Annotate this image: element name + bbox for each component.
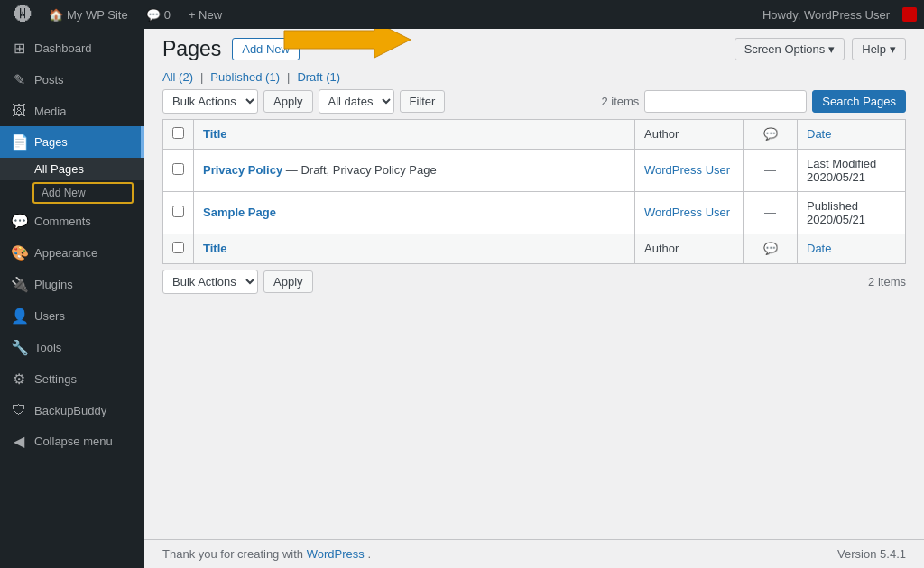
bulk-actions-select-top[interactable]: Bulk Actions xyxy=(162,89,258,114)
title-sort-link[interactable]: Title xyxy=(203,127,227,141)
media-icon: 🖼 xyxy=(11,103,27,119)
row1-author-cell: WordPress User xyxy=(635,149,744,191)
comments-icon: 💬 xyxy=(11,213,27,230)
search-area: 2 items Search Pages xyxy=(601,90,906,113)
tools-icon: 🔧 xyxy=(11,339,27,356)
wp-footer: Thank you for creating with WordPress . … xyxy=(144,539,924,568)
svg-marker-0 xyxy=(284,29,411,58)
bulk-actions-row-top: Bulk Actions Apply All dates Filter xyxy=(162,89,445,114)
help-button[interactable]: Help ▾ xyxy=(852,38,906,60)
sidebar-item-appearance[interactable]: 🎨 Appearance xyxy=(0,237,144,269)
row2-checkbox[interactable] xyxy=(172,206,184,217)
row2-author-cell: WordPress User xyxy=(635,191,744,234)
add-new-sub-label: Add New xyxy=(42,187,86,199)
row1-title-cell: Privacy Policy — Draft, Privacy Policy P… xyxy=(194,149,635,191)
sidebar-label-comments: Comments xyxy=(34,215,91,228)
comment-icon: 💬 xyxy=(146,8,161,22)
filter-sep-1: | xyxy=(200,70,203,84)
sidebar-item-users[interactable]: 👤 Users xyxy=(0,300,144,332)
footer-version: Version 5.4.1 xyxy=(837,547,906,561)
pages-icon: 📄 xyxy=(11,133,27,151)
backupbuddy-icon: 🛡 xyxy=(11,402,27,418)
row2-page-link[interactable]: Sample Page xyxy=(203,206,276,219)
row1-date-cell: Last Modified 2020/05/21 xyxy=(798,149,906,191)
table-header-row: Title Author 💬 Date xyxy=(163,119,906,149)
page-title-area: Pages Add New xyxy=(162,36,300,63)
adminbar-site[interactable]: 🏠 My WP Site xyxy=(40,0,137,29)
appearance-icon: 🎨 xyxy=(11,244,27,261)
posts-icon: ✎ xyxy=(11,71,27,88)
sidebar-item-media[interactable]: 🖼 Media xyxy=(0,96,144,126)
apply-button-bottom[interactable]: Apply xyxy=(263,270,313,293)
row1-date-label: Last Modified xyxy=(807,157,876,170)
row1-checkbox-cell xyxy=(163,149,194,191)
row2-checkbox-cell xyxy=(163,191,194,234)
sidebar-item-settings[interactable]: ⚙ Settings xyxy=(0,363,144,395)
row1-author-link[interactable]: WordPress User xyxy=(644,163,730,177)
sidebar-item-pages[interactable]: 📄 Pages xyxy=(0,126,144,158)
search-input[interactable] xyxy=(644,90,807,113)
row1-title-suffix: — Draft, Privacy Policy Page xyxy=(286,163,437,177)
sidebar-label-users: Users xyxy=(34,309,65,323)
date-footer-sort-link[interactable]: Date xyxy=(807,242,831,255)
filter-button[interactable]: Filter xyxy=(400,90,446,113)
search-pages-button[interactable]: Search Pages xyxy=(812,90,906,113)
row2-date-cell: Published 2020/05/21 xyxy=(798,191,906,234)
filter-bar: All (2) | Published (1) | Draft (1) xyxy=(162,70,906,84)
dates-select[interactable]: All dates xyxy=(319,89,394,114)
adminbar-comments[interactable]: 💬 0 xyxy=(137,0,180,29)
adminbar-new[interactable]: + New xyxy=(180,0,231,29)
user-avatar[interactable] xyxy=(902,7,917,22)
table-footer-header-row: Title Author 💬 Date xyxy=(163,234,906,263)
sidebar-label-backupbuddy: BackupBuddy xyxy=(34,404,106,417)
apply-button-top[interactable]: Apply xyxy=(263,90,313,113)
col-header-title[interactable]: Title xyxy=(194,119,635,149)
row2-author-link[interactable]: WordPress User xyxy=(644,206,730,219)
col-header-author: Author xyxy=(635,119,744,149)
sidebar-item-dashboard[interactable]: ⊞ Dashboard xyxy=(0,32,144,64)
col-footer-author: Author xyxy=(635,234,744,263)
filter-all[interactable]: All (2) xyxy=(162,70,193,84)
sidebar-label-collapse: Collapse menu xyxy=(34,435,113,448)
row1-date-value: 2020/05/21 xyxy=(807,170,865,184)
sidebar-subitem-add-new[interactable]: Add New xyxy=(32,182,134,204)
admin-sidebar: ⊞ Dashboard ✎ Posts 🖼 Media 📄 Pages All … xyxy=(0,29,144,568)
table-row: Sample Page WordPress User — Published 2… xyxy=(163,191,906,234)
sidebar-item-plugins[interactable]: 🔌 Plugins xyxy=(0,269,144,300)
adminbar-howdy: Howdy, WordPress User xyxy=(753,8,899,22)
row1-comments-cell: — xyxy=(744,149,798,191)
sidebar-item-backupbuddy[interactable]: 🛡 BackupBuddy xyxy=(0,395,144,426)
content-inner: All (2) | Published (1) | Draft (1) xyxy=(144,63,924,539)
bulk-actions-select-bottom[interactable]: Bulk Actions xyxy=(162,270,258,294)
sidebar-label-posts: Posts xyxy=(34,73,64,87)
sidebar-item-tools[interactable]: 🔧 Tools xyxy=(0,332,144,363)
wp-logo[interactable]: 🅦 xyxy=(7,5,40,25)
sidebar-item-posts[interactable]: ✎ Posts xyxy=(0,64,144,96)
row2-date-value: 2020/05/21 xyxy=(807,213,865,226)
sidebar-item-comments[interactable]: 💬 Comments xyxy=(0,206,144,237)
sidebar-subitem-all-pages[interactable]: All Pages xyxy=(0,158,144,180)
header-right: Screen Options ▾ Help ▾ xyxy=(735,38,906,60)
col-footer-date[interactable]: Date xyxy=(798,234,906,263)
select-all-checkbox[interactable] xyxy=(172,127,184,139)
sidebar-label-settings: Settings xyxy=(34,372,77,386)
col-footer-comments: 💬 xyxy=(744,234,798,263)
add-new-button[interactable]: Add New xyxy=(232,38,300,60)
filter-published[interactable]: Published (1) xyxy=(210,70,280,84)
sidebar-label-plugins: Plugins xyxy=(34,278,73,291)
select-all-bottom-checkbox[interactable] xyxy=(172,242,184,253)
row1-checkbox[interactable] xyxy=(172,163,184,175)
row1-page-link[interactable]: Privacy Policy xyxy=(203,163,282,177)
date-sort-link[interactable]: Date xyxy=(807,127,831,141)
sidebar-label-tools: Tools xyxy=(34,341,61,354)
screen-options-button[interactable]: Screen Options ▾ xyxy=(735,38,845,60)
wordpress-link[interactable]: WordPress xyxy=(307,547,365,561)
title-footer-sort-link[interactable]: Title xyxy=(203,242,227,255)
dashboard-icon: ⊞ xyxy=(11,40,27,57)
filter-draft[interactable]: Draft (1) xyxy=(297,70,340,84)
col-header-date[interactable]: Date xyxy=(798,119,906,149)
sidebar-item-collapse[interactable]: ◀ Collapse menu xyxy=(0,426,144,457)
filter-sep-2: | xyxy=(287,70,290,84)
col-footer-title[interactable]: Title xyxy=(194,234,635,263)
row2-comments-cell: — xyxy=(744,191,798,234)
